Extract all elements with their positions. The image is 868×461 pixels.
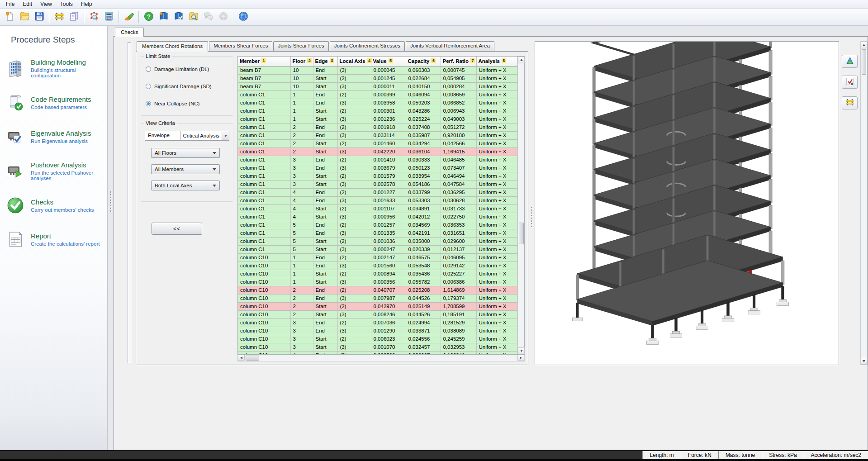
sidebar-item-pushover-analysis[interactable]: Pushover AnalysisRun the selected Pushov… — [0, 157, 107, 185]
table-row[interactable]: column C101Start(3)0,0003560,0557820,006… — [238, 278, 517, 286]
table-row[interactable]: column C103Start(2)0,0060230,0245560,245… — [238, 335, 517, 343]
chat-button[interactable] — [201, 10, 215, 24]
table-row[interactable]: column C103Start(3)0,0010700,0324570,032… — [238, 343, 517, 351]
sidebar-splitter[interactable] — [108, 26, 114, 450]
table-row[interactable]: column C13Start(3)0,0025780,0541860,0475… — [238, 180, 517, 188]
sidebar-item-building-modelling[interactable]: Building ModellingBuilding's structural … — [0, 55, 107, 82]
globe-button[interactable] — [236, 10, 250, 24]
table-row[interactable]: column C12End(2)0,0019180,0374080,051272… — [238, 123, 517, 131]
documents-button[interactable] — [67, 10, 81, 24]
scroll-up-button[interactable] — [861, 42, 867, 48]
menu-item-tools[interactable]: Tools — [56, 0, 77, 8]
table-row[interactable]: column C103End(3)0,0012900,0338710,03808… — [238, 327, 517, 335]
scroll-down-button[interactable] — [518, 347, 525, 354]
tab-members-chord-rotations[interactable]: Members Chord Rotations — [137, 41, 208, 52]
table-row[interactable]: column C12End(3)0,0331140,0359870,920180… — [238, 131, 517, 139]
tab-joints-vertical-reinforcement-area[interactable]: Joints Vertical Reinforcement Area — [406, 41, 494, 52]
scroll-right-button[interactable] — [517, 355, 524, 361]
frame-view-button[interactable] — [842, 96, 858, 109]
column-header-perf-ratio[interactable]: Perf. Ratio7 — [441, 57, 476, 66]
legend-button[interactable] — [842, 55, 858, 68]
table-row[interactable]: column C11Start(3)0,0012360,0252240,0490… — [238, 115, 517, 123]
column-header-value[interactable]: Value5 — [371, 57, 406, 66]
members-select[interactable]: All Members — [151, 164, 220, 174]
table-row[interactable]: column C15Start(3)0,0002470,0203390,0121… — [238, 245, 517, 253]
model-viewport[interactable] — [535, 41, 839, 365]
table-row[interactable]: column C101End(2)0,0021470,0465750,04609… — [238, 253, 517, 261]
table-viewport-splitter[interactable] — [528, 41, 535, 365]
table-row[interactable]: column C14End(3)0,0016330,0533030,030628… — [238, 196, 517, 204]
axes-select[interactable]: Both Local Axes — [151, 181, 220, 190]
sidebar-item-eigenvalue-analysis[interactable]: Eigenvalue AnalysisRun Eigenvalue analys… — [0, 124, 107, 150]
table-row[interactable]: beam B710End(3)0,0000450,0603030,000745U… — [238, 66, 517, 74]
floors-select[interactable]: All Floors — [151, 148, 220, 158]
table-row[interactable]: column C14End(2)0,0012270,0337990,036295… — [238, 188, 517, 196]
table-row[interactable]: column C13End(2)0,0014100,0303330,046485… — [238, 156, 517, 164]
table-row[interactable]: column C104End(2)0,0035980,0260070,13834… — [238, 351, 517, 354]
table-horizontal-scrollbar[interactable] — [237, 355, 525, 361]
new-document-button[interactable] — [2, 10, 16, 24]
save-button[interactable] — [32, 10, 46, 24]
scrollbar-thumb[interactable] — [862, 49, 866, 75]
collapse-panel-button[interactable]: << — [152, 223, 202, 235]
column-header-member[interactable]: Member1 — [238, 57, 290, 66]
calculator-button[interactable] — [102, 10, 116, 24]
table-row[interactable]: column C102Start(2)0,0429700,0251491,708… — [238, 302, 517, 310]
scrollbar-thumb[interactable] — [246, 356, 259, 361]
column-header-floor[interactable]: Floor2 — [290, 57, 313, 66]
radio-near-collapse[interactable]: Near Collapse (NC) — [146, 101, 228, 106]
table-row[interactable]: column C101End(3)0,0015600,0535480,02914… — [238, 261, 517, 270]
table-row[interactable]: column C13End(3)0,0036790,0501230,073407… — [238, 164, 517, 172]
table-row[interactable]: column C12Start(3)0,0422200,0361041,1694… — [238, 147, 517, 156]
table-row[interactable]: column C12Start(2)0,0014600,0342940,0425… — [238, 139, 517, 147]
tab-checks[interactable]: Checks — [115, 28, 144, 37]
help-button[interactable]: ? — [142, 10, 156, 24]
column-header-capacity[interactable]: Capacity6 — [406, 57, 441, 66]
menu-item-edit[interactable]: Edit — [19, 0, 36, 8]
table-row[interactable]: column C13Start(2)0,0015790,0339540,0464… — [238, 172, 517, 180]
column-header-edge[interactable]: Edge3 — [313, 57, 337, 66]
scroll-left-button[interactable] — [238, 355, 245, 361]
tab-members-shear-forces[interactable]: Members Shear Forces — [209, 41, 272, 52]
tab-joints-shear-forces[interactable]: Joints Shear Forces — [273, 41, 328, 52]
book-button[interactable] — [157, 10, 171, 24]
table-row[interactable]: beam B710Start(3)0,0000110,0401500,00028… — [238, 82, 517, 90]
open-folder-button[interactable] — [17, 10, 31, 24]
verify-button[interactable] — [842, 76, 858, 89]
table-row[interactable]: column C15Start(2)0,0010360,0350000,0296… — [238, 237, 517, 245]
column-header-local-axis[interactable]: Local Axis4 — [337, 57, 371, 66]
book-check-button[interactable] — [171, 10, 185, 24]
table-row[interactable]: beam B710Start(2)0,0012450,0226840,05490… — [238, 74, 517, 82]
tab-joints-confinement-stresses[interactable]: Joints Confinement Stresses — [330, 41, 405, 52]
table-row[interactable]: column C14Start(2)0,0011070,0348910,0317… — [238, 204, 517, 213]
scroll-down-button[interactable] — [861, 358, 867, 365]
table-vertical-scrollbar[interactable] — [517, 57, 524, 354]
menu-item-file[interactable]: File — [2, 0, 19, 8]
table-row[interactable]: column C102End(2)0,0407070,0252081,61486… — [238, 286, 517, 294]
scroll-up-button[interactable] — [518, 57, 525, 63]
table-row[interactable]: column C15End(3)0,0013350,0421910,031651… — [238, 229, 517, 237]
table-row[interactable]: column C102Start(3)0,0082460,0445260,185… — [238, 310, 517, 318]
sidebar-item-checks[interactable]: ChecksCarry out members' checks — [0, 192, 107, 219]
folder-search-button[interactable] — [186, 10, 200, 24]
column-header-analysis[interactable]: Analysis8 — [476, 57, 517, 66]
viewport-vertical-scrollbar[interactable] — [860, 41, 868, 365]
table-row[interactable]: column C11Start(2)0,0003010,0432860,0069… — [238, 107, 517, 115]
frame-model-button[interactable] — [52, 10, 66, 24]
critical-analysis-select[interactable]: Critical Analysis — [180, 131, 229, 141]
model-viewer-button[interactable] — [87, 10, 101, 24]
radio-damage-limitation[interactable]: Damage Limitation (DL) — [146, 67, 228, 72]
support-button[interactable] — [216, 10, 230, 24]
radio-significant-damage[interactable]: Significant Damage (SD) — [146, 84, 228, 89]
table-row[interactable]: column C102End(3)0,0079870,0445260,17937… — [238, 294, 517, 302]
menu-item-view[interactable]: View — [36, 0, 56, 8]
brush-button[interactable] — [122, 10, 136, 24]
sidebar-item-code-requirements[interactable]: Code RequirementsCode-based parameters — [0, 90, 107, 116]
table-row[interactable]: column C103End(2)0,0070360,0249940,28152… — [238, 318, 517, 327]
sidebar-item-report[interactable]: ReportCreate the calculations' report — [0, 226, 107, 252]
table-row[interactable]: column C14Start(3)0,0009560,0420120,0227… — [238, 213, 517, 221]
table-row[interactable]: column C15End(2)0,0012570,0345690,036353… — [238, 221, 517, 229]
menu-item-help[interactable]: Help — [77, 0, 96, 8]
table-row[interactable]: column C11End(3)0,0039580,0592030,066852… — [238, 99, 517, 107]
table-row[interactable]: column C101Start(2)0,0008940,0354360,025… — [238, 270, 517, 278]
